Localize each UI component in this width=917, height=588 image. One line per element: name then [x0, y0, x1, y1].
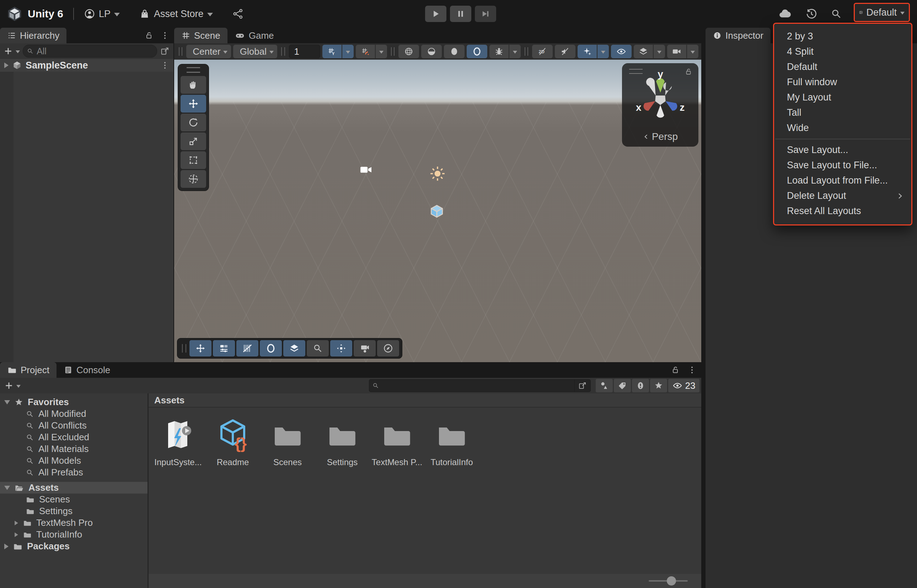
asset-item-tutorialinfo[interactable]: TutorialInfo [429, 418, 474, 467]
shading-shaded-wire-button[interactable] [421, 45, 442, 58]
expander-triangle-icon[interactable] [4, 63, 8, 68]
tab-scene[interactable]: Scene [174, 28, 227, 43]
tree-row-assets[interactable]: Assets [0, 482, 147, 494]
account-dropdown[interactable]: LP [84, 8, 120, 19]
expander-open-icon[interactable] [4, 400, 10, 404]
drag-handle[interactable] [182, 344, 186, 352]
project-search-field[interactable] [369, 379, 591, 392]
scene-visibility-button[interactable] [611, 45, 632, 58]
move-tool[interactable] [181, 95, 206, 113]
undo-history-button[interactable] [803, 6, 820, 22]
add-object-button[interactable] [3, 47, 13, 56]
version-control-icon[interactable] [232, 8, 244, 20]
transform-tool[interactable] [181, 170, 206, 188]
expander-open-icon[interactable] [4, 486, 10, 490]
tab-project[interactable]: Project [0, 362, 57, 378]
tree-row-tutorialinfo[interactable]: TutorialInfo [0, 529, 147, 540]
expander-closed-icon[interactable] [4, 544, 8, 549]
directional-light-gizmo-icon[interactable] [429, 165, 446, 183]
thumbnail-zoom-slider[interactable] [649, 580, 688, 582]
rect-tool[interactable] [181, 151, 206, 169]
tree-row-all-models[interactable]: All Models [0, 455, 147, 467]
filter-by-type-button[interactable] [596, 379, 613, 393]
menu-item-tall[interactable]: Tall [774, 105, 911, 120]
asset-item-readme[interactable]: {} Readme [211, 418, 255, 467]
axis-gizmo[interactable]: y x z [632, 72, 689, 125]
overlay-move-button[interactable] [190, 340, 211, 357]
effects-toggle-button[interactable] [578, 45, 597, 58]
layers-dropdown[interactable] [654, 45, 665, 58]
shading-mode-button[interactable] [467, 45, 487, 58]
chevron-down-icon[interactable] [16, 385, 21, 388]
hierarchy-search-input[interactable] [36, 46, 153, 57]
shading-wireframe-button[interactable] [399, 45, 419, 58]
asset-item-inputsystem[interactable]: InputSyste... [156, 418, 201, 467]
chevron-down-icon[interactable] [16, 50, 20, 53]
menu-item-load-layout-from-file[interactable]: Load Layout from File... [774, 173, 911, 188]
kebab-menu-icon[interactable] [160, 61, 169, 69]
filter-by-importance-button[interactable] [632, 379, 649, 393]
asset-item-settings[interactable]: Settings [320, 418, 365, 467]
tool-handle-rotation-dropdown[interactable]: Global [233, 45, 277, 58]
filter-by-label-button[interactable] [614, 379, 631, 393]
drag-handle[interactable] [281, 47, 285, 56]
layout-dropdown-button[interactable]: Default [854, 3, 910, 22]
expander-closed-icon[interactable] [15, 520, 18, 525]
lock-icon[interactable] [671, 365, 680, 375]
overlay-compass-button[interactable] [377, 340, 399, 357]
open-new-window-icon[interactable] [160, 46, 170, 56]
drag-handle[interactable] [525, 47, 528, 56]
kebab-menu-icon[interactable] [688, 366, 696, 374]
overlay-search-button[interactable] [307, 340, 329, 357]
overlay-frame-button[interactable] [330, 340, 352, 357]
tree-row-all-prefabs[interactable]: All Prefabs [0, 467, 147, 478]
step-button[interactable] [475, 6, 496, 22]
toggle-audio-button[interactable] [555, 45, 575, 58]
asset-store-dropdown[interactable]: Asset Store [139, 8, 213, 19]
view-hand-tool[interactable] [181, 76, 206, 94]
tree-row-all-modified[interactable]: All Modified [0, 408, 147, 420]
debug-draw-mode-dropdown[interactable] [509, 45, 521, 58]
overlay-grid-button[interactable] [237, 340, 258, 357]
scale-tool[interactable] [181, 132, 206, 150]
tree-row-packages[interactable]: Packages [0, 540, 147, 552]
menu-item-save-layout[interactable]: Save Layout... [774, 142, 911, 158]
overlay-shading-button[interactable] [260, 340, 282, 357]
grid-snapping-dropdown[interactable] [342, 45, 354, 58]
tree-row-all-conflicts[interactable]: All Conflicts [0, 420, 147, 431]
overlay-camera-button[interactable] [354, 340, 376, 357]
snap-increment-dropdown[interactable] [376, 45, 387, 58]
slider-thumb[interactable] [667, 576, 676, 585]
snap-increment-button[interactable] [356, 45, 375, 58]
favorites-filter-button[interactable] [650, 379, 667, 393]
overlay-drag-handle[interactable] [186, 67, 200, 73]
drag-handle[interactable] [391, 47, 395, 56]
add-asset-button[interactable] [4, 381, 13, 390]
grid-size-input[interactable] [289, 46, 320, 58]
asset-item-scenes[interactable]: Scenes [265, 418, 310, 467]
project-search-input[interactable] [382, 380, 574, 391]
menu-item-default[interactable]: Default [774, 59, 911, 74]
cube-gizmo-icon[interactable] [429, 204, 444, 219]
scene-camera-dropdown[interactable] [687, 45, 698, 58]
menu-item-4-split[interactable]: 4 Split [774, 44, 911, 59]
projection-toggle[interactable]: Persp [622, 131, 698, 142]
tree-row-scenes[interactable]: Scenes [0, 494, 147, 505]
tree-row-all-materials[interactable]: All Materials [0, 443, 147, 455]
open-new-window-icon[interactable] [574, 380, 590, 392]
menu-item-reset-all-layouts[interactable]: Reset All Layouts [774, 204, 911, 219]
asset-item-textmeshpro[interactable]: TextMesh P... [374, 418, 420, 467]
shading-solid-button[interactable] [444, 45, 465, 58]
drag-handle[interactable] [179, 47, 182, 56]
menu-item-full-window[interactable]: Full window [774, 74, 911, 90]
tree-row-settings[interactable]: Settings [0, 505, 147, 517]
overlay-orientation-button[interactable] [283, 340, 305, 357]
pause-button[interactable] [450, 6, 471, 22]
scene-viewport[interactable]: y x z Persp [174, 60, 701, 362]
toggle-2d-button[interactable] [532, 45, 553, 58]
menu-item-wide[interactable]: Wide [774, 120, 911, 136]
debug-draw-mode-button[interactable] [489, 45, 509, 58]
kebab-menu-icon[interactable] [160, 31, 169, 40]
overlay-panels-button[interactable] [213, 340, 235, 357]
hierarchy-search-field[interactable] [23, 45, 157, 58]
